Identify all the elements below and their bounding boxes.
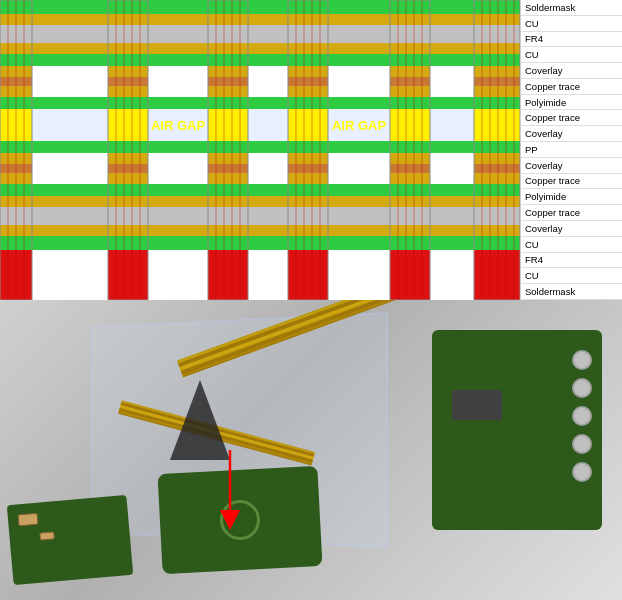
legend-label-3: CU — [525, 49, 539, 60]
red-arrow-indicator — [215, 450, 245, 532]
pad — [572, 350, 592, 370]
legend-label-6: Polyimide — [525, 97, 566, 108]
legend-area: SoldermaskCUFR4CUCoverlayCopper tracePol… — [520, 0, 622, 300]
legend-item-10: Coverlay — [521, 158, 622, 174]
legend-label-2: FR4 — [525, 33, 543, 44]
pad-group — [572, 350, 592, 482]
diagram-area — [0, 0, 520, 300]
legend-item-3: CU — [521, 47, 622, 63]
top-section: SoldermaskCUFR4CUCoverlayCopper tracePol… — [0, 0, 622, 300]
legend-label-18: Soldermask — [525, 286, 575, 297]
bottom-section — [0, 300, 622, 600]
legend-label-4: Coverlay — [525, 65, 563, 76]
pad — [572, 434, 592, 454]
legend-item-11: Copper trace — [521, 174, 622, 190]
legend-label-7: Copper trace — [525, 112, 580, 123]
pad — [572, 462, 592, 482]
legend-item-7: Copper trace — [521, 110, 622, 126]
pad — [572, 378, 592, 398]
legend-label-11: Copper trace — [525, 175, 580, 186]
legend-item-9: PP — [521, 142, 622, 158]
legend-item-15: CU — [521, 237, 622, 253]
legend-item-0: Soldermask — [521, 0, 622, 16]
legend-item-14: Coverlay — [521, 221, 622, 237]
component — [18, 513, 39, 527]
legend-label-16: FR4 — [525, 254, 543, 265]
legend-item-1: CU — [521, 16, 622, 32]
legend-label-9: PP — [525, 144, 538, 155]
pcb-left — [7, 495, 134, 585]
legend-label-13: Copper trace — [525, 207, 580, 218]
legend-item-4: Coverlay — [521, 63, 622, 79]
legend-label-15: CU — [525, 239, 539, 250]
legend-label-14: Coverlay — [525, 223, 563, 234]
main-container: SoldermaskCUFR4CUCoverlayCopper tracePol… — [0, 0, 622, 600]
legend-label-12: Polyimide — [525, 191, 566, 202]
legend-item-5: Copper trace — [521, 79, 622, 95]
legend-item-2: FR4 — [521, 32, 622, 48]
legend-label-1: CU — [525, 18, 539, 29]
legend-item-13: Copper trace — [521, 205, 622, 221]
legend-item-12: Polyimide — [521, 189, 622, 205]
svg-marker-1 — [220, 510, 240, 530]
pad — [572, 406, 592, 426]
legend-item-16: FR4 — [521, 253, 622, 269]
legend-item-6: Polyimide — [521, 95, 622, 111]
legend-label-0: Soldermask — [525, 2, 575, 13]
legend-item-8: Coverlay — [521, 126, 622, 142]
legend-label-10: Coverlay — [525, 160, 563, 171]
legend-label-8: Coverlay — [525, 128, 563, 139]
photo-background — [0, 300, 622, 600]
legend-label-17: CU — [525, 270, 539, 281]
legend-item-18: Soldermask — [521, 284, 622, 300]
chip — [452, 390, 502, 420]
pcb-right — [432, 330, 602, 530]
ic-chip — [452, 390, 502, 420]
component — [39, 531, 55, 540]
legend-item-17: CU — [521, 268, 622, 284]
legend-label-5: Copper trace — [525, 81, 580, 92]
